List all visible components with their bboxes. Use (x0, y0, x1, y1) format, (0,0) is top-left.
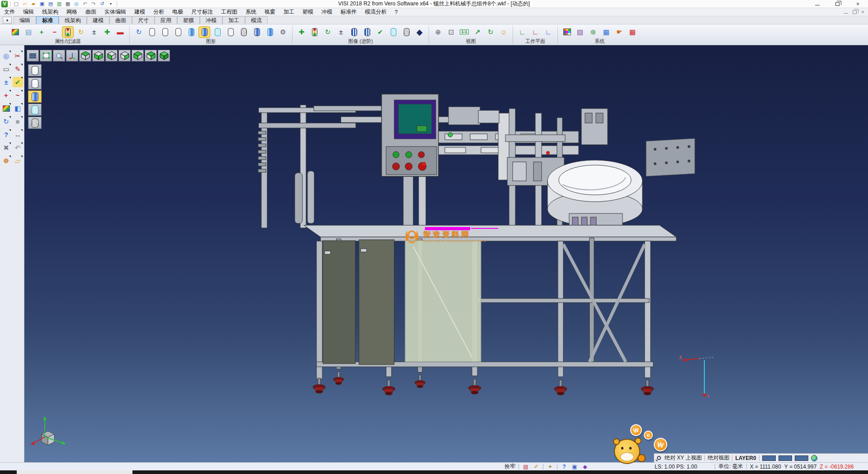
zoom-plus-minus-icon[interactable]: ± (1, 77, 11, 87)
regen-view-icon[interactable]: ↻ (133, 27, 144, 38)
help-question-icon[interactable]: ? (561, 463, 568, 470)
striped-cylinder-2-icon[interactable] (362, 27, 373, 38)
mdi-close-button[interactable]: × (861, 9, 864, 15)
filter-traffic-light-icon[interactable] (62, 27, 73, 38)
menu-file[interactable]: 文件 (0, 8, 19, 16)
redo-icon[interactable]: ↷ (90, 0, 97, 7)
mdi-restore-button[interactable] (853, 10, 857, 14)
tab-standard[interactable]: 标准 (36, 16, 59, 24)
snap-lock-label[interactable]: 拴牢 (505, 463, 515, 470)
taskbar-app-button[interactable] (17, 470, 132, 474)
copy-cylinder-icon[interactable] (388, 27, 399, 38)
window-blue-icon[interactable]: ◧ (13, 103, 23, 114)
spline-curve-icon[interactable]: ~ (13, 90, 23, 100)
tab-die[interactable]: 冲模 (200, 16, 222, 24)
refresh-image-icon[interactable]: ↻ (322, 27, 333, 38)
zoom-window-icon[interactable]: ⊡ (446, 27, 457, 38)
save-all-icon[interactable]: ▥ (56, 0, 63, 7)
translucent-cylinder-icon[interactable] (212, 27, 223, 38)
menu-die[interactable]: 冲模 (317, 8, 336, 16)
key-icon[interactable]: ✦ (547, 463, 554, 470)
menu-solid-edit[interactable]: 实体编辑 (100, 8, 130, 16)
preview-document-icon[interactable]: ▤ (23, 27, 34, 38)
wireframe-cylinder-icon[interactable] (146, 27, 157, 38)
menu-system[interactable]: 系统 (241, 8, 260, 16)
save-icon[interactable]: ▣ (38, 0, 46, 7)
properties-palette-icon[interactable] (10, 27, 21, 38)
red-grid-settings-icon[interactable]: ▦ (627, 27, 638, 38)
menu-dimension[interactable]: 尺寸标注 (187, 8, 217, 16)
shaded-edges-cylinder-icon[interactable] (186, 27, 197, 38)
menu-mold[interactable]: 塑模 (298, 8, 317, 16)
smiley-view-icon[interactable]: ☺ (498, 27, 509, 38)
minimize-button[interactable] (807, 0, 827, 8)
color-swatch-3[interactable] (795, 455, 808, 461)
confirm-check-icon[interactable]: ✔ (13, 77, 23, 87)
table-settings-icon[interactable]: ▦ (601, 27, 612, 38)
refresh-filter-icon[interactable]: ↻ (75, 27, 86, 38)
dark-view-cube-icon[interactable]: ◆ (414, 27, 425, 38)
selection-hand-icon[interactable]: ☛ (614, 27, 625, 38)
hatch-cylinder-icon[interactable] (401, 27, 412, 38)
tab-mold[interactable]: 塑膜 (177, 16, 200, 24)
undo-arrow-icon[interactable]: ↶ (13, 142, 23, 153)
zoom-1-1-icon[interactable]: 1:1 (459, 27, 470, 38)
undo-history-icon[interactable]: ↺ (99, 0, 106, 7)
absolute-view-label[interactable]: 绝对视图 (708, 454, 729, 462)
visi-logo-icon[interactable]: V (1, 1, 8, 7)
menu-modeling[interactable]: 建模 (130, 8, 149, 16)
hide-entities-eye-icon[interactable]: − (49, 27, 60, 38)
tab-surface[interactable]: 曲面 (109, 16, 132, 24)
open-folder-doc-icon[interactable]: ▱ (13, 156, 23, 166)
workplane-create-icon[interactable]: ∟ (517, 27, 528, 38)
validate-cylinder-icon[interactable]: ✔ (375, 27, 386, 38)
bone-tool-icon[interactable]: ◇ (592, 463, 599, 470)
refresh-arrows-icon[interactable]: ↻ (1, 116, 11, 127)
menu-edit[interactable]: 编辑 (19, 8, 38, 16)
select-rectangle-icon[interactable]: ▭ (1, 64, 11, 74)
add-image-cube-icon[interactable]: ✚ (296, 27, 307, 38)
tab-dimension[interactable]: 尺寸 (132, 16, 155, 24)
ucs-axes-icon[interactable]: + (1, 90, 11, 100)
close-button[interactable]: × (848, 0, 868, 8)
viewport[interactable]: X Y 智造资料网 INT (24, 45, 868, 462)
help-question-icon[interactable]: ? (1, 129, 11, 140)
color-swatch-1[interactable] (762, 455, 776, 461)
zoom-in-icon[interactable]: ⊕ (433, 27, 443, 38)
menu-flow-analysis[interactable]: 模流分析 (361, 8, 391, 16)
menu-help[interactable]: ? (391, 8, 402, 16)
purple-gem-icon[interactable]: ◆ (581, 463, 589, 470)
color-swatch-2[interactable] (778, 455, 792, 461)
add-shading-icon[interactable] (264, 27, 275, 38)
show-plus-icon[interactable]: ✚ (102, 27, 113, 38)
rotate-view-icon[interactable]: ↻ (485, 27, 496, 38)
cut-edit-icon[interactable]: ✂ (13, 51, 23, 61)
menu-analysis[interactable]: 分析 (149, 8, 168, 16)
delete-trash-icon[interactable]: ✖ (1, 142, 11, 153)
menu-window[interactable]: 视窗 (260, 8, 279, 16)
print-icon[interactable]: ▦ (64, 0, 71, 7)
workplane-align-icon[interactable]: ∟ (543, 27, 554, 38)
plus-minus-image-icon[interactable]: ± (335, 27, 346, 38)
helm-wheel-icon[interactable]: ☸ (1, 156, 11, 166)
display-settings-gear-icon[interactable]: ⚙ (278, 27, 288, 38)
new-document-icon[interactable]: ▢ (13, 0, 20, 7)
sketch-pencil-icon[interactable]: ✎ (13, 64, 23, 74)
package-box-icon[interactable]: ▣ (571, 463, 578, 470)
menu-electrode[interactable]: 电极 (168, 8, 187, 16)
restore-button[interactable] (827, 0, 848, 8)
print-preview-icon[interactable]: ◎ (73, 0, 80, 7)
striped-cylinder-1-icon[interactable] (349, 27, 359, 38)
tab-wireframe[interactable]: 线架构 (59, 16, 87, 24)
zoom-search-icon[interactable]: ◎ (1, 51, 11, 61)
hatched-cylinder-icon[interactable] (238, 27, 249, 38)
show-entities-eye-icon[interactable]: + (36, 27, 47, 38)
menu-standard-parts[interactable]: 标准件 (336, 8, 361, 16)
zoom-arrow-icon[interactable]: ↗ (472, 27, 483, 38)
tab-modeling[interactable]: 建模 (87, 16, 109, 24)
layer-label[interactable]: LAYER0 (735, 455, 756, 461)
toggle-visibility-icon[interactable]: ± (89, 27, 99, 38)
menu-drawing[interactable]: 工程图 (217, 8, 241, 16)
menu-wireframe[interactable]: 线架构 (38, 8, 62, 16)
image-traffic-light-icon[interactable] (309, 27, 320, 38)
